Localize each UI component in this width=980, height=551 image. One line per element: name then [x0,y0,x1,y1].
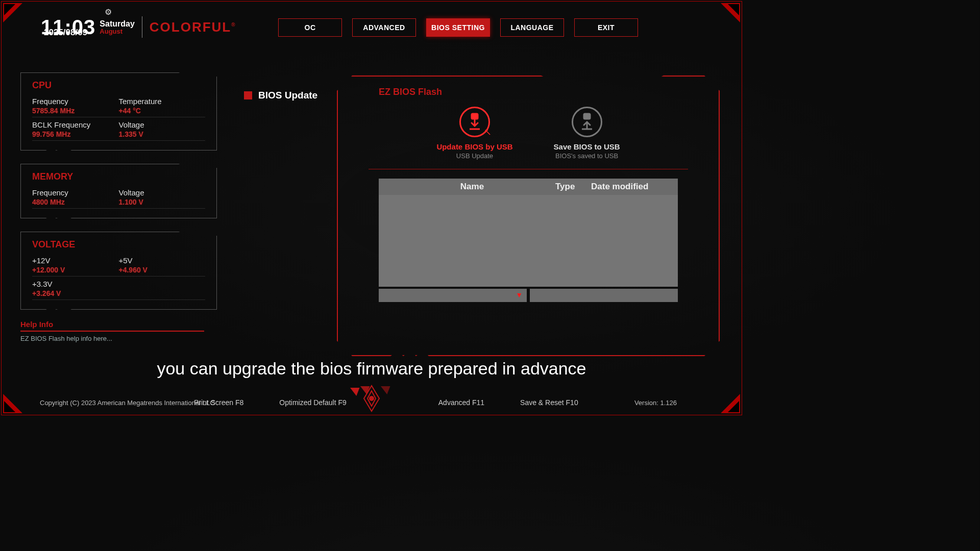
memory-title: MEMORY [32,171,205,182]
caption-overlay: you can upgrade the bios firmware prepar… [0,359,743,379]
cpu-bclk-value: 99.756 MHz [32,129,119,138]
nav-oc[interactable]: OC [278,18,342,37]
file-path-field[interactable]: ▼ [379,289,527,302]
help-title: Help Info [20,320,217,329]
update-bios-option[interactable]: ↖ Update BIOS by USB USB Update [436,107,512,160]
main-panel-title: EZ BIOS Flash [379,87,698,97]
hotkey-advanced: Advanced F11 [438,398,484,407]
cpu-bclk-label: BCLK Frequency [32,120,119,129]
clock-weekday: Saturday [100,20,134,28]
section-header: BIOS Update [244,90,317,101]
footer-bar: Copyright (C) 2023 American Megatrends I… [0,395,743,410]
svg-rect-2 [584,114,590,119]
cpu-volt-label: Voltage [119,120,206,129]
version-text: Version: 1.126 [634,399,677,407]
memory-panel: MEMORY Frequency4800 MHz Voltage1.100 V [20,164,217,218]
brand-logo: COLORFUL® [150,19,236,35]
cpu-freq-value: 5785.84 MHz [32,106,119,115]
svg-rect-0 [472,114,478,119]
save-bios-option[interactable]: Save BIOS to USB BIOS's saved to USB [554,107,620,160]
nav-exit[interactable]: EXIT [574,18,638,37]
voltage-panel: VOLTAGE +12V+12.000 V +5V+4.960 V +3.3V+… [20,232,217,310]
section-marker-icon [244,91,252,99]
ez-bios-flash-panel: EZ BIOS Flash ↖ Update BIOS by USB USB U… [337,76,720,356]
voltage-title: VOLTAGE [32,239,205,250]
hotkey-save: Save & Reset F10 [520,398,578,407]
update-bios-label: Update BIOS by USB [436,142,512,151]
update-bios-sublabel: USB Update [436,152,512,160]
file-action-field[interactable] [530,289,678,302]
save-bios-label: Save BIOS to USB [554,142,620,151]
help-info: Help Info EZ BIOS Flash help info here..… [20,320,217,342]
nav-advanced[interactable]: ADVANCED [352,18,416,37]
col-name: Name [389,182,555,192]
cpu-title: CPU [32,80,205,91]
top-nav: OC ADVANCED BIOS SETTING LANGUAGE EXIT [278,18,638,37]
v12-label: +12V [32,256,119,265]
v33-value: +3.264 V [32,288,119,297]
cpu-freq-label: Frequency [32,97,119,106]
mem-freq-label: Frequency [32,188,119,197]
help-text: EZ BIOS Flash help info here... [20,335,217,342]
mem-freq-value: 4800 MHz [32,197,119,206]
cursor-icon: ↖ [484,127,492,138]
nav-bios-setting[interactable]: BIOS SETTING [426,18,490,37]
v5-value: +4.960 V [119,265,206,274]
col-date: Date modified [591,182,668,192]
v12-value: +12.000 V [32,265,119,274]
clock-month: August [100,28,134,35]
mem-volt-value: 1.100 V [119,197,206,206]
dropdown-icon[interactable]: ▼ [516,291,523,299]
hotkey-print: Print Screen F8 [194,398,243,407]
cpu-temp-label: Temperature [119,97,206,106]
download-icon: ↖ [459,107,490,137]
upload-icon [572,107,602,137]
v5-label: +5V [119,256,206,265]
cpu-volt-value: 1.335 V [119,129,206,138]
col-type: Type [555,182,591,192]
save-bios-sublabel: BIOS's saved to USB [554,152,620,160]
file-list[interactable] [379,195,678,287]
cpu-temp-value: +44 °C [119,106,206,115]
copyright-text: Copyright (C) 2023 American Megatrends I… [40,399,215,407]
clock-date: 2025/08/09 [44,28,87,38]
nav-language[interactable]: LANGUAGE [500,18,564,37]
cpu-panel: CPU Frequency5785.84 MHz Temperature+44 … [20,72,217,151]
file-browser: Name Type Date modified ▼ [379,179,678,302]
gear-icon[interactable]: ⚙ [105,7,112,17]
mem-volt-label: Voltage [119,188,206,197]
section-label: BIOS Update [258,90,317,101]
hotkey-default: Optimized Default F9 [279,398,347,407]
v33-label: +3.3V [32,280,119,288]
